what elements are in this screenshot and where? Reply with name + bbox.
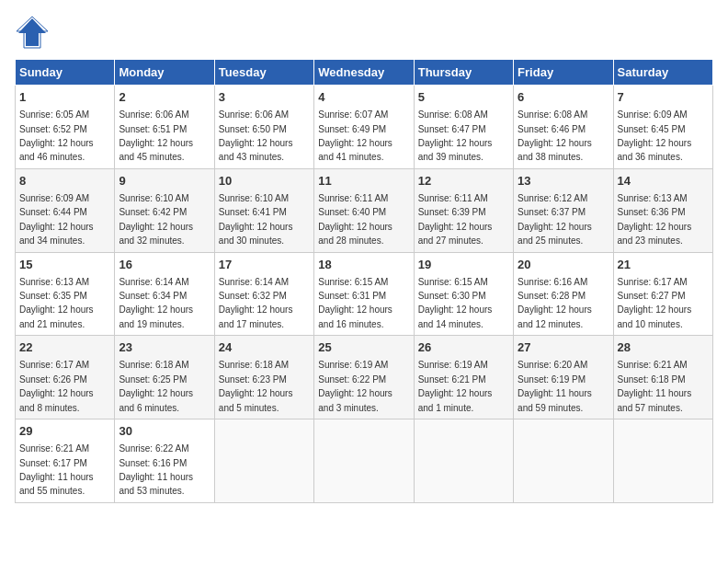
day-info: Sunrise: 6:16 AM Sunset: 6:28 PM Dayligh… xyxy=(518,277,592,329)
day-number: 13 xyxy=(518,173,609,190)
weekday-header-sunday: Sunday xyxy=(16,60,115,86)
day-cell: 26Sunrise: 6:19 AM Sunset: 6:21 PM Dayli… xyxy=(414,336,513,419)
day-cell xyxy=(214,419,313,503)
day-cell: 27Sunrise: 6:20 AM Sunset: 6:19 PM Dayli… xyxy=(514,336,613,419)
day-cell: 10Sunrise: 6:10 AM Sunset: 6:41 PM Dayli… xyxy=(214,168,313,252)
day-number: 1 xyxy=(19,89,110,106)
day-number: 4 xyxy=(318,89,409,106)
day-cell: 2Sunrise: 6:06 AM Sunset: 6:51 PM Daylig… xyxy=(115,86,214,169)
weekday-header-saturday: Saturday xyxy=(613,60,712,86)
day-cell: 14Sunrise: 6:13 AM Sunset: 6:36 PM Dayli… xyxy=(613,168,712,252)
calendar-table: SundayMondayTuesdayWednesdayThursdayFrid… xyxy=(15,59,713,503)
day-cell: 25Sunrise: 6:19 AM Sunset: 6:22 PM Dayli… xyxy=(314,336,414,419)
day-cell: 17Sunrise: 6:14 AM Sunset: 6:32 PM Dayli… xyxy=(214,252,313,336)
week-row-2: 8Sunrise: 6:09 AM Sunset: 6:44 PM Daylig… xyxy=(16,168,713,252)
day-info: Sunrise: 6:17 AM Sunset: 6:26 PM Dayligh… xyxy=(19,360,94,412)
day-info: Sunrise: 6:11 AM Sunset: 6:39 PM Dayligh… xyxy=(418,193,493,246)
day-cell xyxy=(613,419,712,503)
day-number: 23 xyxy=(119,339,210,356)
day-cell: 23Sunrise: 6:18 AM Sunset: 6:25 PM Dayli… xyxy=(115,336,214,419)
day-cell: 7Sunrise: 6:09 AM Sunset: 6:45 PM Daylig… xyxy=(613,86,712,169)
weekday-header-monday: Monday xyxy=(115,60,214,86)
day-cell: 1Sunrise: 6:05 AM Sunset: 6:52 PM Daylig… xyxy=(16,86,115,169)
day-cell: 3Sunrise: 6:06 AM Sunset: 6:50 PM Daylig… xyxy=(214,86,313,169)
header-row: SundayMondayTuesdayWednesdayThursdayFrid… xyxy=(16,60,713,86)
day-number: 21 xyxy=(618,257,709,273)
day-cell: 5Sunrise: 6:08 AM Sunset: 6:47 PM Daylig… xyxy=(414,86,513,169)
day-info: Sunrise: 6:21 AM Sunset: 6:17 PM Dayligh… xyxy=(19,443,94,496)
calendar-body: 1Sunrise: 6:05 AM Sunset: 6:52 PM Daylig… xyxy=(16,86,713,503)
day-cell: 29Sunrise: 6:21 AM Sunset: 6:17 PM Dayli… xyxy=(16,419,115,503)
day-info: Sunrise: 6:18 AM Sunset: 6:25 PM Dayligh… xyxy=(119,360,193,412)
day-info: Sunrise: 6:09 AM Sunset: 6:44 PM Dayligh… xyxy=(19,193,94,246)
day-number: 7 xyxy=(618,89,709,106)
day-info: Sunrise: 6:06 AM Sunset: 6:51 PM Dayligh… xyxy=(119,109,193,162)
day-number: 5 xyxy=(418,89,509,106)
day-info: Sunrise: 6:10 AM Sunset: 6:41 PM Dayligh… xyxy=(219,193,293,246)
day-number: 8 xyxy=(19,173,110,190)
day-number: 11 xyxy=(318,173,409,190)
day-info: Sunrise: 6:09 AM Sunset: 6:45 PM Dayligh… xyxy=(618,109,692,162)
day-cell: 16Sunrise: 6:14 AM Sunset: 6:34 PM Dayli… xyxy=(115,252,214,336)
day-cell: 12Sunrise: 6:11 AM Sunset: 6:39 PM Dayli… xyxy=(414,168,513,252)
day-info: Sunrise: 6:08 AM Sunset: 6:47 PM Dayligh… xyxy=(418,109,493,162)
day-number: 28 xyxy=(618,339,709,356)
day-cell: 24Sunrise: 6:18 AM Sunset: 6:23 PM Dayli… xyxy=(214,336,313,419)
day-info: Sunrise: 6:22 AM Sunset: 6:16 PM Dayligh… xyxy=(119,443,193,496)
day-info: Sunrise: 6:10 AM Sunset: 6:42 PM Dayligh… xyxy=(119,193,193,246)
weekday-header-wednesday: Wednesday xyxy=(314,60,414,86)
day-number: 12 xyxy=(418,173,509,190)
day-info: Sunrise: 6:19 AM Sunset: 6:21 PM Dayligh… xyxy=(418,360,493,412)
day-info: Sunrise: 6:14 AM Sunset: 6:32 PM Dayligh… xyxy=(219,277,293,329)
day-info: Sunrise: 6:14 AM Sunset: 6:34 PM Dayligh… xyxy=(119,277,193,329)
day-number: 27 xyxy=(518,339,609,356)
day-cell: 21Sunrise: 6:17 AM Sunset: 6:27 PM Dayli… xyxy=(613,252,712,336)
day-cell: 28Sunrise: 6:21 AM Sunset: 6:18 PM Dayli… xyxy=(613,336,712,419)
day-info: Sunrise: 6:17 AM Sunset: 6:27 PM Dayligh… xyxy=(618,277,692,329)
day-info: Sunrise: 6:08 AM Sunset: 6:46 PM Dayligh… xyxy=(518,109,592,162)
day-number: 10 xyxy=(219,173,310,190)
day-cell: 4Sunrise: 6:07 AM Sunset: 6:49 PM Daylig… xyxy=(314,86,414,169)
day-number: 17 xyxy=(219,257,310,273)
day-cell: 22Sunrise: 6:17 AM Sunset: 6:26 PM Dayli… xyxy=(16,336,115,419)
day-number: 16 xyxy=(119,257,210,273)
day-cell: 13Sunrise: 6:12 AM Sunset: 6:37 PM Dayli… xyxy=(514,168,613,252)
day-cell: 15Sunrise: 6:13 AM Sunset: 6:35 PM Dayli… xyxy=(16,252,115,336)
day-number: 6 xyxy=(518,89,609,106)
day-cell: 20Sunrise: 6:16 AM Sunset: 6:28 PM Dayli… xyxy=(514,252,613,336)
day-number: 24 xyxy=(219,339,310,356)
week-row-3: 15Sunrise: 6:13 AM Sunset: 6:35 PM Dayli… xyxy=(16,252,713,336)
day-number: 30 xyxy=(119,423,210,440)
day-info: Sunrise: 6:15 AM Sunset: 6:30 PM Dayligh… xyxy=(418,277,493,329)
day-number: 18 xyxy=(318,257,409,273)
day-info: Sunrise: 6:13 AM Sunset: 6:36 PM Dayligh… xyxy=(618,193,692,246)
day-number: 3 xyxy=(219,89,310,106)
day-info: Sunrise: 6:12 AM Sunset: 6:37 PM Dayligh… xyxy=(518,193,592,246)
day-cell: 6Sunrise: 6:08 AM Sunset: 6:46 PM Daylig… xyxy=(514,86,613,169)
day-number: 22 xyxy=(19,339,110,356)
day-cell: 19Sunrise: 6:15 AM Sunset: 6:30 PM Dayli… xyxy=(414,252,513,336)
day-number: 26 xyxy=(418,339,509,356)
day-number: 2 xyxy=(119,89,210,106)
day-cell: 11Sunrise: 6:11 AM Sunset: 6:40 PM Dayli… xyxy=(314,168,414,252)
day-number: 25 xyxy=(318,339,409,356)
day-cell: 30Sunrise: 6:22 AM Sunset: 6:16 PM Dayli… xyxy=(115,419,214,503)
weekday-header-tuesday: Tuesday xyxy=(214,60,313,86)
day-cell xyxy=(514,419,613,503)
day-info: Sunrise: 6:06 AM Sunset: 6:50 PM Dayligh… xyxy=(219,109,293,162)
day-info: Sunrise: 6:11 AM Sunset: 6:40 PM Dayligh… xyxy=(318,193,392,246)
day-info: Sunrise: 6:15 AM Sunset: 6:31 PM Dayligh… xyxy=(318,277,392,329)
day-cell: 9Sunrise: 6:10 AM Sunset: 6:42 PM Daylig… xyxy=(115,168,214,252)
week-row-5: 29Sunrise: 6:21 AM Sunset: 6:17 PM Dayli… xyxy=(16,419,713,503)
logo-icon xyxy=(15,15,50,50)
day-info: Sunrise: 6:07 AM Sunset: 6:49 PM Dayligh… xyxy=(318,109,392,162)
day-cell: 8Sunrise: 6:09 AM Sunset: 6:44 PM Daylig… xyxy=(16,168,115,252)
day-info: Sunrise: 6:13 AM Sunset: 6:35 PM Dayligh… xyxy=(19,277,94,329)
day-number: 15 xyxy=(19,257,110,273)
day-info: Sunrise: 6:05 AM Sunset: 6:52 PM Dayligh… xyxy=(19,109,94,162)
day-cell xyxy=(414,419,513,503)
svg-marker-0 xyxy=(18,18,46,46)
logo xyxy=(15,15,53,50)
day-number: 14 xyxy=(618,173,709,190)
day-number: 9 xyxy=(119,173,210,190)
